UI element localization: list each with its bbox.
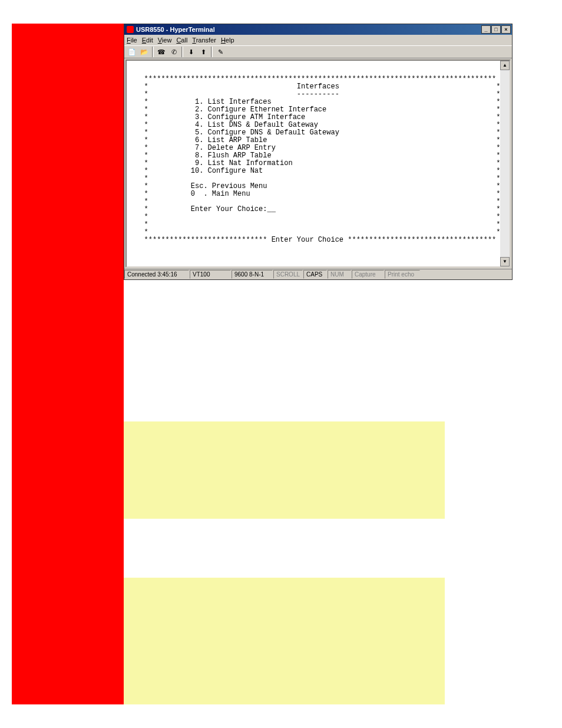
status-num: NUM xyxy=(328,270,351,279)
status-settings: 9600 8-N-1 xyxy=(232,270,273,279)
term-line: * * xyxy=(131,213,501,221)
menu-view[interactable]: View xyxy=(158,37,172,44)
term-line: * Enter Your Choice:__ * xyxy=(131,205,501,213)
app-icon xyxy=(127,26,134,33)
term-line: * 1. List Interfaces * xyxy=(131,98,501,106)
term-line: * * xyxy=(131,197,501,206)
term-line: * 0 . Main Menu * xyxy=(131,190,501,198)
vertical-scrollbar[interactable]: ▲ ▼ xyxy=(500,61,510,266)
highlight-box-1 xyxy=(124,421,445,519)
window-title: USR8550 - HyperTerminal xyxy=(136,26,215,33)
status-scroll: SCROLL xyxy=(273,270,303,279)
menu-file[interactable]: File xyxy=(127,37,137,44)
status-connected: Connected 3:45:16 xyxy=(124,270,189,279)
disconnect-icon[interactable]: ✆ xyxy=(168,47,180,57)
scroll-up-icon[interactable]: ▲ xyxy=(500,61,510,70)
menu-help[interactable]: Help xyxy=(221,37,234,44)
term-line: ***************************** Enter Your… xyxy=(131,236,496,244)
menu-edit[interactable]: Edit xyxy=(142,37,153,44)
term-line: * * xyxy=(131,228,501,236)
term-line: * 3. Configure ATM Interface * xyxy=(131,113,501,121)
open-icon[interactable]: 📂 xyxy=(138,47,150,57)
send-icon[interactable]: ⬇ xyxy=(185,47,197,57)
term-line: ****************************************… xyxy=(131,75,496,83)
menu-call[interactable]: Call xyxy=(176,37,187,44)
toolbar-separator xyxy=(211,47,213,57)
status-capture: Capture xyxy=(352,270,384,279)
status-caps: CAPS xyxy=(303,270,327,279)
left-accent-bar xyxy=(12,24,124,704)
highlight-box-2 xyxy=(124,578,445,704)
toolbar-separator xyxy=(181,47,183,57)
title-bar: USR8550 - HyperTerminal _ □ × xyxy=(124,24,512,35)
term-line: * 4. List DNS & Default Gateway * xyxy=(131,121,501,129)
minimize-button[interactable]: _ xyxy=(481,25,491,34)
terminal-content: ****************************************… xyxy=(127,61,510,254)
close-button[interactable]: × xyxy=(501,25,511,34)
maximize-button[interactable]: □ xyxy=(491,25,501,34)
connect-icon[interactable]: ☎ xyxy=(156,47,167,57)
term-line: * 5. Configure DNS & Default Gateway * xyxy=(131,129,501,137)
term-line: * ---------- * xyxy=(131,90,501,98)
toolbar: 📄 📂 ☎ ✆ ⬇ ⬆ ✎ xyxy=(124,45,512,58)
term-line: * 9. List Nat Information * xyxy=(131,159,501,167)
status-emulation: VT100 xyxy=(190,270,231,279)
term-line: * Interfaces * xyxy=(131,83,501,91)
scroll-track[interactable] xyxy=(500,70,510,257)
receive-icon[interactable]: ⬆ xyxy=(197,47,209,57)
properties-icon[interactable]: ✎ xyxy=(214,47,226,57)
toolbar-separator xyxy=(152,47,154,57)
scroll-down-icon[interactable]: ▼ xyxy=(500,257,510,266)
term-line: * 7. Delete ARP Entry * xyxy=(131,144,501,152)
status-bar: Connected 3:45:16 VT100 9600 8-N-1 SCROL… xyxy=(124,269,512,279)
term-line: * * xyxy=(131,220,501,229)
term-line: * 10. Configure Nat * xyxy=(131,167,501,175)
term-line: * 6. List ARP Table * xyxy=(131,136,501,144)
term-line: * * xyxy=(131,174,501,183)
term-line: * 8. Flush ARP Table * xyxy=(131,151,501,160)
status-echo: Print echo xyxy=(385,270,420,279)
hyperterminal-window: USR8550 - HyperTerminal _ □ × File Edit … xyxy=(124,24,513,280)
menu-bar: File Edit View Call Transfer Help xyxy=(124,35,512,45)
term-line: * Esc. Previous Menu * xyxy=(131,182,501,190)
menu-transfer[interactable]: Transfer xyxy=(192,37,216,44)
terminal-area[interactable]: ****************************************… xyxy=(125,60,511,268)
window-controls: _ □ × xyxy=(481,25,511,34)
new-icon[interactable]: 📄 xyxy=(126,47,138,57)
term-line: * 2. Configure Ethernet Interface * xyxy=(131,106,501,114)
